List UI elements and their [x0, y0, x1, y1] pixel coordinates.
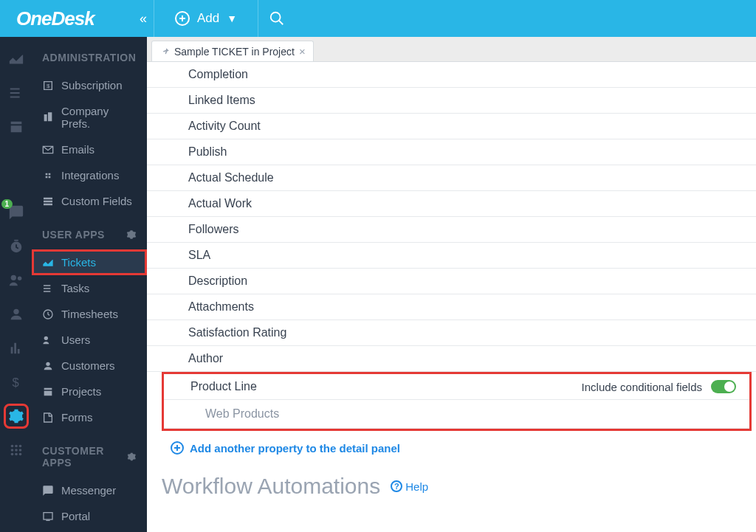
svg-point-8	[15, 445, 18, 448]
field-publish[interactable]: Publish	[147, 139, 756, 165]
field-web-products[interactable]: Web Products	[164, 400, 749, 429]
field-author[interactable]: Author	[147, 346, 756, 372]
svg-rect-20	[44, 512, 52, 519]
sidebar-item-timesheets[interactable]: Timesheets	[32, 301, 147, 327]
svg-point-18	[44, 336, 48, 339]
collapse-sidebar-button[interactable]: «	[133, 11, 154, 27]
sidebar-item-emails[interactable]: Emails	[32, 137, 147, 162]
sidebar-item-integrations[interactable]: Integrations	[32, 162, 147, 188]
brand-logo: OneDesk	[0, 7, 133, 30]
svg-point-3	[10, 275, 16, 280]
field-product-line[interactable]: Product Line Include conditional fields	[164, 374, 749, 400]
svg-point-10	[10, 449, 13, 452]
conditional-toggle[interactable]	[711, 380, 736, 393]
admin-sidebar: ADMINISTRATION $Subscription Company Pre…	[32, 37, 147, 532]
rail-billing-icon[interactable]: $	[7, 373, 25, 391]
add-property-button[interactable]: Add another property to the detail panel	[147, 431, 756, 462]
section-user-apps: USER APPS	[32, 214, 147, 249]
gear-icon[interactable]	[127, 452, 137, 462]
field-followers[interactable]: Followers	[147, 217, 756, 243]
sidebar-item-tickets[interactable]: Tickets	[32, 249, 147, 275]
sidebar-item-messenger[interactable]: Messenger	[32, 477, 147, 503]
svg-point-14	[15, 453, 18, 456]
close-icon[interactable]: ×	[299, 45, 306, 58]
svg-point-4	[17, 277, 21, 281]
svg-text:$: $	[12, 376, 18, 389]
svg-point-15	[18, 453, 21, 456]
badge-count: 1	[1, 199, 13, 209]
pin-icon	[159, 46, 170, 57]
svg-point-11	[15, 449, 18, 452]
rail-users-icon[interactable]	[7, 272, 25, 289]
field-actual-work[interactable]: Actual Work	[147, 191, 756, 217]
tab-label: Sample TICKET in Project	[174, 46, 295, 58]
conditional-fields-label: Include conditional fields	[582, 381, 702, 393]
help-link[interactable]: ? Help	[391, 480, 428, 493]
sidebar-item-webforms[interactable]: Webforms	[32, 529, 147, 532]
rail-messenger-icon[interactable]: 1	[7, 204, 25, 221]
field-sla[interactable]: SLA	[147, 243, 756, 269]
sidebar-item-subscription[interactable]: $Subscription	[32, 72, 147, 98]
sidebar-item-projects[interactable]: Projects	[32, 379, 147, 404]
plus-icon	[175, 11, 190, 26]
add-button[interactable]: Add ▼	[154, 0, 258, 37]
rail-customers-icon[interactable]	[7, 305, 25, 323]
sidebar-item-forms[interactable]: Forms	[32, 404, 147, 430]
chevron-down-icon: ▼	[227, 13, 237, 24]
sidebar-item-custom-fields[interactable]: Custom Fields	[32, 188, 147, 214]
svg-point-0	[271, 13, 281, 22]
sidebar-item-tasks[interactable]: Tasks	[32, 275, 147, 301]
svg-point-9	[18, 445, 21, 448]
field-actual-schedule[interactable]: Actual Schedule	[147, 165, 756, 191]
sidebar-item-company-prefs[interactable]: Company Prefs.	[32, 98, 147, 137]
svg-point-13	[10, 453, 13, 456]
field-satisfaction[interactable]: Satisfaction Rating	[147, 320, 756, 346]
gear-icon[interactable]	[126, 229, 137, 240]
field-description[interactable]: Description	[147, 269, 756, 294]
search-icon	[269, 10, 285, 27]
rail-tasks-icon[interactable]	[7, 84, 25, 102]
detail-panel: Completion Linked Items Activity Count P…	[147, 61, 756, 532]
svg-text:$: $	[47, 83, 50, 89]
svg-line-1	[279, 21, 284, 25]
rail-ticket-icon[interactable]	[7, 50, 25, 68]
svg-point-5	[13, 309, 18, 314]
svg-point-7	[10, 445, 13, 448]
rail-timer-icon[interactable]	[7, 238, 25, 255]
plus-icon	[171, 441, 184, 455]
rail-apps-icon[interactable]	[7, 441, 25, 459]
rail-settings-icon[interactable]	[7, 407, 25, 425]
field-attachments[interactable]: Attachments	[147, 294, 756, 320]
rail-projects-icon[interactable]	[7, 118, 25, 136]
workflow-automations-heading: Workflow Automations ? Help	[147, 462, 756, 502]
content-area: Sample TICKET in Project × Completion Li…	[147, 37, 756, 532]
svg-point-12	[18, 449, 21, 452]
section-administration: ADMINISTRATION	[32, 37, 147, 72]
tab-bar: Sample TICKET in Project ×	[147, 37, 756, 61]
field-activity-count[interactable]: Activity Count	[147, 114, 756, 139]
product-line-block: Product Line Include conditional fields …	[162, 372, 752, 431]
sidebar-item-portal[interactable]: Portal	[32, 503, 147, 529]
rail-analytics-icon[interactable]	[7, 339, 25, 357]
tab-sample-ticket[interactable]: Sample TICKET in Project ×	[151, 41, 314, 61]
add-label: Add	[197, 11, 219, 26]
sidebar-item-customers[interactable]: Customers	[32, 353, 147, 379]
svg-point-19	[46, 362, 49, 365]
field-completion[interactable]: Completion	[147, 62, 756, 88]
field-linked-items[interactable]: Linked Items	[147, 88, 756, 114]
sidebar-item-users[interactable]: Users	[32, 327, 147, 353]
help-icon: ?	[391, 480, 402, 492]
section-customer-apps: CUSTOMER APPS	[32, 430, 147, 477]
search-button[interactable]	[258, 10, 295, 27]
icon-rail: 1 $	[0, 37, 32, 532]
